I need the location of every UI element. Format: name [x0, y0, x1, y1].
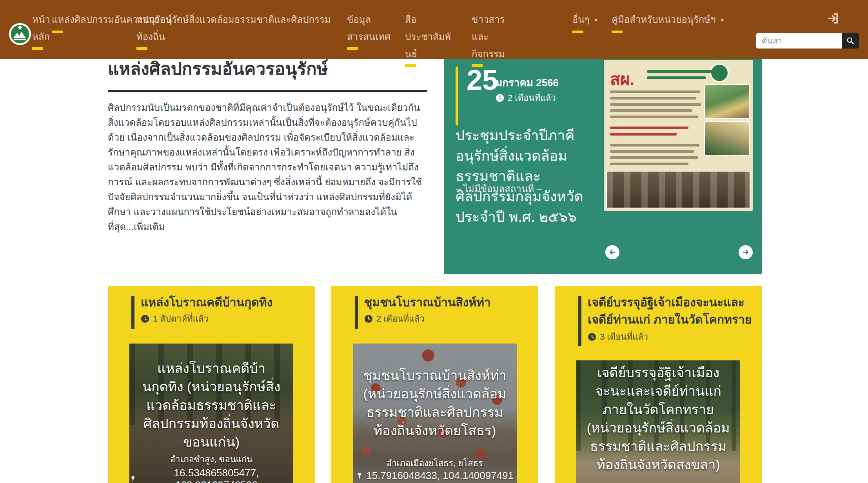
- carousel-prev-button[interactable]: [605, 245, 619, 259]
- poster-quote-line: [610, 127, 688, 129]
- card-title[interactable]: เจดีย์บรรจุอัฐิเจ้าเมืองจะนะและเจดีย์ท่า…: [588, 294, 752, 328]
- card-title[interactable]: ชุมชนโบราณบ้านสิงห์ท่า: [364, 294, 529, 311]
- searchbar: [756, 33, 859, 49]
- poster-headline-line: [647, 70, 717, 73]
- card-accent-bar: [355, 296, 358, 329]
- heritage-card[interactable]: เจดีย์บรรจุอัฐิเจ้าเมืองจะนะและเจดีย์ท่า…: [555, 286, 762, 483]
- carousel-next-button[interactable]: [739, 245, 753, 259]
- nav-active-underline: [472, 64, 483, 67]
- nav-item-label: อื่นๆ: [572, 14, 590, 25]
- image-overlay-coords: 16.534865805477, 102.98139746526: [129, 467, 293, 483]
- featured-time-ago: 2 เดือนที่แล้ว: [496, 91, 556, 105]
- coords-text: 15.7916048433, 104.140097491: [366, 470, 514, 482]
- heritage-card[interactable]: ชุมชนโบราณบ้านสิงห์ท่า 2 เดือนที่แล้ว ชุ…: [331, 286, 538, 483]
- nav-active-underline: [572, 31, 583, 33]
- nav-item-label: ข่าวสารและกิจกรรม: [472, 14, 505, 59]
- card-title[interactable]: แหล่งโบราณคดีบ้านกุดทิง: [141, 294, 305, 311]
- title-divider: [108, 90, 427, 92]
- nav-active-underline: [136, 47, 147, 50]
- nav-active-underline: [52, 31, 63, 33]
- card-time-ago-label: 2 เดือนที่แล้ว: [376, 312, 425, 326]
- nav-item-information[interactable]: ข้อมูลสารสนเทศ: [347, 11, 391, 50]
- poster-text-line: [610, 90, 700, 93]
- navbar: หน้าหลัก แหล่งศิลปกรรมอันควรอนุรักษ์▼ หน…: [0, 0, 868, 59]
- read-more-link[interactable]: ...เพิ่มเติม: [126, 221, 165, 232]
- featured-location: – ไม่มีข้อมูลสถานที่ –: [456, 181, 542, 196]
- card-time-ago: 1 สัปดาห์ที่แล้ว: [141, 312, 208, 326]
- arrow-right-icon: [742, 248, 750, 256]
- nav-active-underline: [32, 47, 43, 50]
- login-button[interactable]: [826, 12, 841, 25]
- card-image[interactable]: เจดีย์บรรจุอัฐิเจ้าเมืองจะนะและเจดีย์ท่า…: [576, 360, 740, 483]
- poster-text-line: [610, 109, 692, 112]
- featured-date-month: มกราคม 2566: [496, 74, 559, 90]
- poster-logo-icon: [711, 65, 728, 81]
- card-time-ago-label: 1 สัปดาห์ที่แล้ว: [153, 312, 208, 326]
- search-icon: [846, 36, 855, 45]
- card-image[interactable]: แหล่งโบราณคดีบ้านกุดทิง (หน่วยอนุรักษ์สิ…: [129, 344, 293, 483]
- image-overlay: เจดีย์บรรจุอัฐิเจ้าเมืองจะนะและเจดีย์ท่า…: [576, 360, 740, 483]
- poster-photo: [704, 84, 750, 119]
- page-title: แหล่งศิลปกรรมอันควรอนุรักษ์: [108, 55, 429, 82]
- poster-quote-line: [610, 133, 677, 136]
- featured-date-day: 25: [467, 66, 498, 94]
- card-time-ago-label: 3 เดือนที่แล้ว: [600, 330, 648, 344]
- coords-text: 16.534865805477, 102.98139746526: [140, 467, 293, 483]
- intro-paragraph: ศิลปกรรมนับเป็นมรดกของชาติที่มีคุณค่าจำเ…: [108, 100, 429, 234]
- card-accent-bar: [578, 296, 581, 346]
- nav-active-underline: [405, 64, 416, 67]
- poster-headline-line: [647, 76, 706, 79]
- poster-text-line: [610, 97, 696, 99]
- featured-news-carousel: 25 มกราคม 2566 2 เดือนที่แล้ว ประชุมประจ…: [444, 55, 762, 274]
- featured-time-ago-label: 2 เดือนที่แล้ว: [508, 91, 556, 105]
- clock-icon: [364, 315, 373, 323]
- heritage-card[interactable]: แหล่งโบราณคดีบ้านกุดทิง 1 สัปดาห์ที่แล้ว…: [108, 286, 315, 483]
- nav-active-underline: [612, 31, 623, 33]
- card-image[interactable]: ชุมชนโบราณบ้านสิงห์ท่า (หน่วยอนุรักษ์สิ่…: [353, 344, 517, 483]
- nav-item-conservation-units[interactable]: หน่วยอนุรักษ์สิ่งแวดล้อมธรรมชาติและศิลปก…: [136, 11, 340, 50]
- chevron-down-icon: ▼: [720, 17, 725, 23]
- card-time-ago: 2 เดือนที่แล้ว: [364, 312, 425, 326]
- search-input[interactable]: [756, 33, 842, 49]
- clock-icon: [588, 333, 596, 341]
- sign-in-icon: [826, 12, 841, 25]
- nav-item-news[interactable]: ข่าวสารและกิจกรรม: [472, 11, 518, 67]
- image-overlay-title: แหล่งโบราณคดีบ้านกุดทิง (หน่วยอนุรักษ์สิ…: [139, 359, 283, 451]
- card-accent-bar: [131, 296, 134, 329]
- poster-photo: [704, 121, 750, 156]
- poster-text-line: [610, 163, 688, 165]
- page: 25 มกราคม 2566 2 เดือนที่แล้ว ประชุมประจ…: [0, 0, 868, 483]
- poster-brand-label: สผ.: [610, 66, 634, 92]
- featured-poster-image[interactable]: สผ.: [604, 60, 753, 211]
- arrow-left-icon: [608, 248, 616, 256]
- nav-item-others[interactable]: อื่นๆ▼: [572, 11, 599, 33]
- poster-text-line: [610, 116, 698, 118]
- nav-item-label: สื่อประชาสัมพันธ์: [405, 14, 451, 59]
- poster-group-photo: [606, 171, 750, 208]
- card-time-ago: 3 เดือนที่แล้ว: [588, 330, 648, 344]
- site-logo[interactable]: [9, 23, 31, 45]
- poster-text-line: [610, 156, 698, 159]
- chevron-down-icon: ▼: [594, 17, 599, 23]
- image-overlay-location: อำเภอซำสูง, ขอนแก่น: [129, 452, 293, 466]
- pin-icon: [129, 476, 136, 483]
- nav-active-underline: [347, 47, 358, 50]
- nav-item-label: หน้าหลัก: [32, 14, 50, 42]
- intro-body-text: ศิลปกรรมนับเป็นมรดกของชาติที่มีคุณค่าจำเ…: [108, 102, 422, 232]
- pin-icon: [356, 472, 363, 479]
- nav-item-label: คู่มือสำหรับหน่วยอนุรักษ์ฯ: [612, 14, 716, 25]
- image-overlay-title: ชุมชนโบราณบ้านสิงห์ท่า (หน่วยอนุรักษ์สิ่…: [363, 366, 507, 440]
- search-button[interactable]: [842, 33, 859, 49]
- poster-text-line: [610, 103, 701, 106]
- nav-item-manual[interactable]: คู่มือสำหรับหน่วยอนุรักษ์ฯ▼: [612, 11, 725, 33]
- clock-icon: [496, 94, 504, 102]
- poster-text-line: [610, 144, 699, 147]
- nav-item-media[interactable]: สื่อประชาสัมพันธ์: [405, 11, 455, 67]
- image-overlay-title: เจดีย์บรรจุอัฐิเจ้าเมืองจะนะและเจดีย์ท่า…: [586, 364, 730, 474]
- nav-item-label: หน่วยอนุรักษ์สิ่งแวดล้อมธรรมชาติและศิลปก…: [136, 14, 331, 42]
- image-overlay-location: อำเภอเมืองยโสธร, ยโสธร: [353, 456, 517, 470]
- clock-icon: [141, 315, 149, 323]
- image-overlay: แหล่งโบราณคดีบ้านกุดทิง (หน่วยอนุรักษ์สิ…: [129, 344, 293, 483]
- featured-title[interactable]: ประชุมประจำปีภาคีอนุรักษ์สิ่งแวดล้อมธรรม…: [456, 125, 585, 227]
- image-overlay-coords: 15.7916048433, 104.140097491: [353, 470, 517, 482]
